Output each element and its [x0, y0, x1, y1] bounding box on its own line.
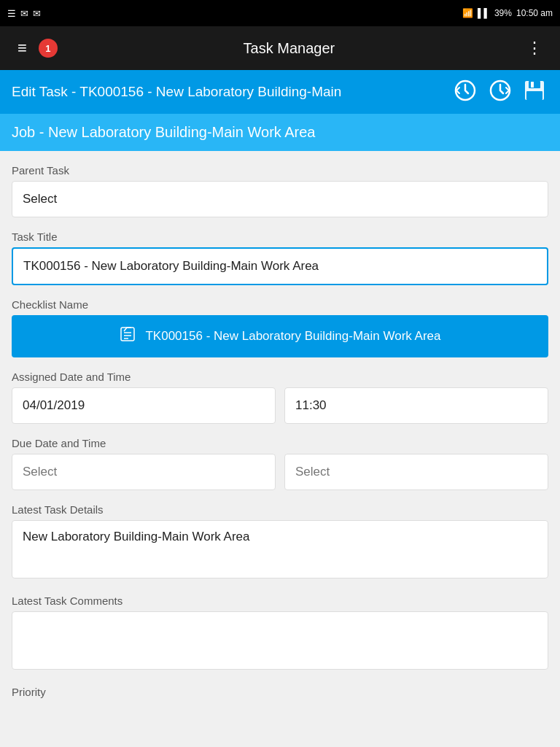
checklist-name-group: Checklist Name TK000156 - New Laboratory… [12, 298, 548, 357]
parent-task-label: Parent Task [12, 164, 548, 177]
email-icon-1: ✉ [20, 8, 28, 19]
task-title-group: Task Title [12, 231, 548, 285]
assigned-date-input[interactable] [12, 387, 276, 424]
more-icon: ⋮ [526, 39, 542, 57]
wifi-icon: 📶 [462, 8, 473, 18]
app-bar-title: Task Manager [58, 40, 521, 57]
latest-task-comments-group: Latest Task Comments [12, 595, 548, 673]
hamburger-menu-button[interactable]: ≡ [12, 33, 33, 63]
assigned-date-time-label: Assigned Date and Time [12, 371, 548, 383]
more-options-button[interactable]: ⋮ [521, 33, 548, 63]
latest-task-comments-label: Latest Task Comments [12, 595, 548, 607]
form-area: Parent Task Task Title Checklist Name TK… [0, 151, 560, 724]
email-icon-2: ✉ [33, 8, 41, 19]
priority-group: Priority [12, 686, 548, 698]
svg-rect-5 [526, 91, 542, 100]
sub-header: Job - New Laboratory Building-Main Work … [0, 114, 560, 151]
battery-text: 39% [494, 8, 512, 18]
parent-task-group: Parent Task [12, 164, 548, 217]
save-icon [524, 80, 545, 101]
task-header-icons [451, 76, 548, 109]
task-title-input[interactable] [12, 247, 548, 285]
sub-header-title: Job - New Laboratory Building-Main Work … [12, 124, 315, 140]
hamburger-icon: ≡ [18, 39, 27, 57]
parent-task-input[interactable] [12, 181, 548, 217]
checklist-name-button[interactable]: TK000156 - New Laboratory Building-Main … [12, 315, 548, 357]
svg-rect-4 [531, 82, 534, 88]
due-time-input[interactable] [284, 454, 548, 490]
save-button[interactable] [521, 77, 548, 108]
signal-bars: ▌▌ [478, 8, 490, 18]
latest-task-comments-input[interactable] [12, 611, 548, 670]
svg-rect-3 [529, 81, 540, 88]
latest-task-details-label: Latest Task Details [12, 503, 548, 516]
due-date-time-row [12, 454, 548, 490]
assigned-time-input[interactable] [284, 387, 548, 424]
due-date-input[interactable] [12, 454, 276, 490]
clock-back-button[interactable] [451, 76, 480, 109]
task-title-label: Task Title [12, 231, 548, 243]
assigned-date-time-row [12, 387, 548, 424]
task-header-bar: Edit Task - TK000156 - New Laboratory Bu… [0, 70, 560, 114]
notification-badge: 1 [39, 39, 58, 58]
status-bar: ☰ ✉ ✉ 📶 ▌▌ 39% 10:50 am [0, 0, 560, 26]
signal-icon: ☰ [7, 8, 16, 19]
latest-task-details-group: Latest Task Details New Laboratory Build… [12, 503, 548, 581]
status-left-icons: ☰ ✉ ✉ [7, 8, 41, 19]
latest-task-details-input[interactable]: New Laboratory Building-Main Work Area [12, 520, 548, 578]
due-date-time-label: Due Date and Time [12, 437, 548, 449]
task-header-title: Edit Task - TK000156 - New Laboratory Bu… [12, 84, 451, 100]
checklist-icon [119, 325, 136, 347]
due-date-time-group: Due Date and Time [12, 437, 548, 490]
status-right: 📶 ▌▌ 39% 10:50 am [462, 8, 553, 18]
clock-forward-button[interactable] [486, 76, 515, 109]
time-display: 10:50 am [516, 8, 553, 18]
clock-forward-icon [489, 79, 512, 102]
checklist-name-label: Checklist Name [12, 298, 548, 311]
checklist-button-label: TK000156 - New Laboratory Building-Main … [145, 329, 440, 344]
clock-back-icon [454, 79, 477, 102]
app-bar: ≡ 1 Task Manager ⋮ [0, 26, 560, 70]
priority-label: Priority [12, 686, 548, 698]
assigned-date-time-group: Assigned Date and Time [12, 371, 548, 424]
